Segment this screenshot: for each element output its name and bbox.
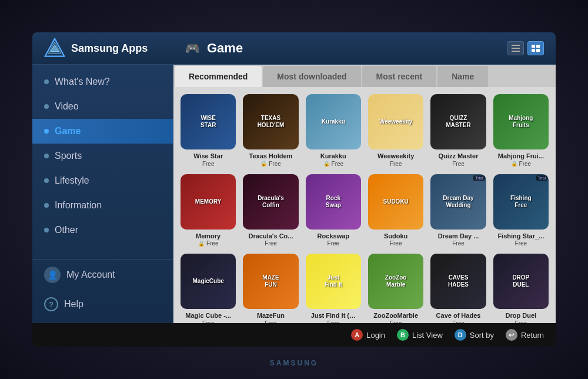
app-thumb-mahjong-fruits: Mahjong Fruits xyxy=(493,94,549,149)
app-title: Samsung Apps xyxy=(71,42,148,55)
d-button-icon: D xyxy=(455,329,466,341)
app-name-weeweekity: Weeweekity xyxy=(377,152,414,160)
sidebar-item-sports[interactable]: Sports xyxy=(32,144,173,168)
nav-bullet xyxy=(44,178,49,183)
help-button[interactable]: ? Help xyxy=(32,290,173,318)
price-text-quizz-master: Free xyxy=(452,161,465,167)
sidebar-label-whats-new: What's New? xyxy=(55,77,110,87)
sidebar-item-video[interactable]: Video xyxy=(32,94,173,119)
page-title: Game xyxy=(207,41,243,56)
app-item-rockswap[interactable]: Rock SwapRockswapFree xyxy=(306,174,361,247)
app-item-draculas-coffin[interactable]: Dracula's CoffinDracula's Co...Free xyxy=(243,174,298,247)
app-price-mahjong-fruits: 🔒Free xyxy=(511,161,532,167)
app-icon-text-wise-star: WISE STAR xyxy=(181,94,236,149)
gamepad-icon: 🎮 xyxy=(185,41,200,55)
app-price-kurakku: 🔒Free xyxy=(323,161,344,167)
nav-bullet xyxy=(44,203,49,208)
grid-view-icon xyxy=(532,45,540,52)
app-item-mazefun[interactable]: MAZE FUNMazeFunFree xyxy=(243,254,298,323)
app-icon-label-wise-star: WISE STAR xyxy=(201,115,216,129)
app-item-weeweekity[interactable]: WeeweekityWeeweekityFree xyxy=(368,94,423,167)
bottom-bar: A Login B List View D Sort by ↩ Return xyxy=(32,323,556,347)
app-item-dream-day[interactable]: TrialDream Day WeddingDream Day ...Free xyxy=(430,174,486,247)
price-text-kurakku: Free xyxy=(332,161,344,167)
sidebar-item-other[interactable]: Other xyxy=(32,218,173,242)
return-btn[interactable]: ↩ Return xyxy=(506,329,544,341)
tab-recommended[interactable]: Recommended xyxy=(175,66,262,87)
sidebar-item-lifestyle[interactable]: Lifestyle xyxy=(32,168,173,193)
right-panel: Recommended Most downloaded Most recent … xyxy=(173,65,556,323)
app-item-just-find-it[interactable]: Just Find ItJust Find It (…Free xyxy=(306,254,361,323)
nav-bullet xyxy=(44,104,49,109)
app-icon-label-drop-duel: DROP DUEL xyxy=(512,274,529,288)
my-account-button[interactable]: 👤 My Account xyxy=(32,260,173,290)
app-item-magic-cube[interactable]: MagicCubeMagic Cube -...Free xyxy=(181,254,236,323)
app-icon-text-zoozoomarble: ZooZoo Marble xyxy=(368,254,423,309)
price-text-mahjong-fruits: Free xyxy=(519,161,532,167)
app-price-draculas-coffin: Free xyxy=(265,240,277,247)
nav-bullet xyxy=(44,129,49,134)
sidebar-item-whats-new[interactable]: What's New? xyxy=(32,69,173,94)
list-view-button[interactable] xyxy=(507,41,524,55)
return-label: Return xyxy=(521,331,544,340)
grid-view-button[interactable] xyxy=(527,41,544,55)
price-text-fishing-star: Free xyxy=(515,240,527,247)
app-thumb-dream-day: TrialDream Day Wedding xyxy=(430,174,486,230)
app-price-weeweekity: Free xyxy=(390,161,402,167)
app-item-drop-duel[interactable]: DROP DUELDrop DuelFree xyxy=(493,254,549,323)
app-name-sudoku: Sudoku xyxy=(384,232,407,240)
app-icon-label-sudoku: SUDOKU xyxy=(383,198,408,205)
app-name-magic-cube: Magic Cube -... xyxy=(185,312,231,320)
app-icon-text-fishing-star: Fishing Free xyxy=(493,174,549,230)
app-thumb-quizz-master: QUIZZ MASTER xyxy=(430,94,486,149)
app-price-dream-day: Free xyxy=(452,240,465,247)
app-thumb-weeweekity: Weeweekity xyxy=(368,94,423,149)
app-item-quizz-master[interactable]: QUIZZ MASTERQuizz MasterFree xyxy=(430,94,486,167)
nav-bullet xyxy=(44,79,49,84)
sort-by-btn[interactable]: D Sort by xyxy=(455,329,494,341)
app-price-wise-star: Free xyxy=(202,161,215,167)
svg-rect-5 xyxy=(512,51,520,52)
app-item-sudoku[interactable]: SUDOKUSudokuFree xyxy=(368,174,423,247)
list-view-btn[interactable]: B List View xyxy=(397,329,443,341)
app-thumb-texas-holdem: TEXAS HOLD'EM xyxy=(243,94,298,149)
login-btn[interactable]: A Login xyxy=(351,329,385,341)
help-icon: ? xyxy=(44,297,58,311)
b-button-icon: B xyxy=(397,329,409,341)
app-icon-label-mazefun: MAZE FUN xyxy=(262,274,279,288)
app-icon-label-dream-day: Dream Day Wedding xyxy=(443,195,473,209)
app-name-fishing-star: Fishing Star_... xyxy=(497,232,544,240)
app-item-fishing-star[interactable]: TrialFishing FreeFishing Star_...Free xyxy=(493,174,549,247)
app-icon-text-quizz-master: QUIZZ MASTER xyxy=(430,94,486,149)
app-icon-label-rockswap: Rock Swap xyxy=(326,195,341,209)
account-icon: 👤 xyxy=(44,267,61,283)
app-thumb-memory: MEMORY xyxy=(181,174,236,230)
tab-most-recent[interactable]: Most recent xyxy=(362,66,437,87)
app-item-zoozoomarble[interactable]: ZooZoo MarbleZooZooMarbleFree xyxy=(368,254,423,323)
app-item-kurakku[interactable]: KurakkuKurakku🔒Free xyxy=(306,94,361,167)
app-name-quizz-master: Quizz Master xyxy=(439,152,479,160)
app-item-memory[interactable]: MEMORYMemory🔒Free xyxy=(181,174,236,247)
sidebar-label-information: Information xyxy=(55,200,102,211)
list-view-label: List View xyxy=(412,331,443,340)
price-text-dream-day: Free xyxy=(452,240,465,247)
app-thumb-sudoku: SUDOKU xyxy=(368,174,423,230)
tab-most-downloaded[interactable]: Most downloaded xyxy=(263,66,360,87)
apps-grid: WISE STARWise StarFreeTEXAS HOLD'EMTexas… xyxy=(181,94,549,323)
svg-rect-4 xyxy=(512,48,520,49)
sidebar-item-information[interactable]: Information xyxy=(32,193,173,218)
app-icon-text-texas-holdem: TEXAS HOLD'EM xyxy=(243,94,298,149)
main-container: Samsung Apps 🎮 Game xyxy=(32,32,556,347)
tab-name[interactable]: Name xyxy=(437,66,488,87)
app-icon-text-sudoku: SUDOKU xyxy=(368,174,423,230)
app-name-cave-of-hades: Cave of Hades xyxy=(436,312,481,320)
svg-rect-8 xyxy=(532,49,535,52)
samsung-logo: SAMSUNG xyxy=(270,359,318,367)
app-item-cave-of-hades[interactable]: CAVES HADESCave of HadesFree xyxy=(430,254,486,323)
sidebar-item-game[interactable]: Game xyxy=(32,119,173,144)
app-item-wise-star[interactable]: WISE STARWise StarFree xyxy=(181,94,236,167)
app-item-texas-holdem[interactable]: TEXAS HOLD'EMTexas Holdem🔒Free xyxy=(243,94,298,167)
app-item-mahjong-fruits[interactable]: Mahjong FruitsMahjong Frui...🔒Free xyxy=(493,94,549,167)
app-name-just-find-it: Just Find It (… xyxy=(311,312,356,320)
sidebar-label-video: Video xyxy=(55,101,79,112)
